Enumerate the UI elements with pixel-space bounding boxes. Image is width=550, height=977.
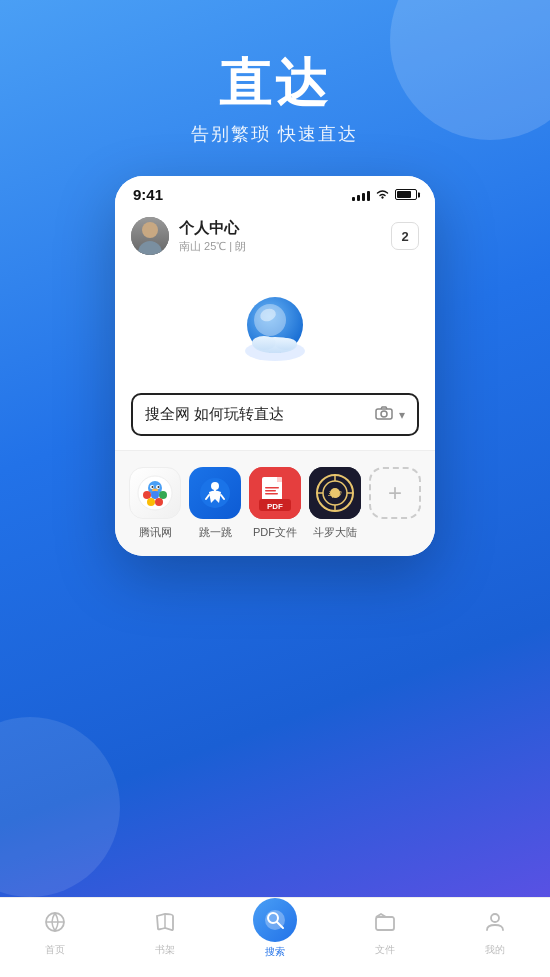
search-bar[interactable]: 搜全网 如何玩转直达 ▾ [131, 393, 419, 436]
profile-location: 南山 25℃ | 朗 [179, 239, 246, 254]
browse-icon [43, 910, 67, 940]
app-item-add[interactable]: + [365, 467, 425, 519]
svg-point-14 [152, 486, 154, 488]
pdf-icon: PDF [249, 467, 301, 519]
svg-point-20 [147, 498, 155, 506]
svg-text:斗罗: 斗罗 [328, 490, 342, 498]
browser-center-btn[interactable] [253, 898, 297, 942]
app-label-jump: 跳一跳 [199, 525, 232, 540]
app-label-tencent: 腾讯网 [139, 525, 172, 540]
nav-label-files: 文件 [375, 943, 395, 957]
profile-left: 个人中心 南山 25℃ | 朗 [131, 217, 246, 255]
bg-circle-bottom [0, 717, 120, 897]
profile-row[interactable]: 个人中心 南山 25℃ | 朗 2 [115, 209, 435, 263]
wifi-icon [375, 187, 390, 202]
logo-area [115, 263, 435, 383]
avatar [131, 217, 169, 255]
app-item-tencent[interactable]: 腾讯网 [125, 467, 185, 540]
nav-item-read[interactable]: 书架 [110, 910, 220, 957]
nav-item-browse[interactable]: 首页 [0, 910, 110, 957]
header-subtitle: 告别繁琐 快速直达 [0, 122, 550, 146]
app-label-douluo: 斗罗大陆 [313, 525, 357, 540]
tencent-icon [129, 467, 181, 519]
svg-rect-28 [265, 487, 279, 489]
read-icon [153, 910, 177, 940]
header-area: 直达 告别繁琐 快速直达 [0, 0, 550, 176]
app-item-pdf[interactable]: PDF PDF文件 [245, 467, 305, 540]
nav-item-mine[interactable]: 我的 [440, 910, 550, 957]
search-text: 搜全网 如何玩转直达 [145, 405, 284, 424]
douluo-icon: 斗罗 [309, 467, 361, 519]
svg-point-15 [158, 486, 160, 488]
qq-browser-logo [230, 283, 320, 373]
app-item-douluo[interactable]: 斗罗 斗罗大陆 [305, 467, 365, 540]
phone-mockup: 9:41 [115, 176, 435, 556]
status-bar: 9:41 [115, 176, 435, 209]
add-icon: + [369, 467, 421, 519]
app-label-pdf: PDF文件 [253, 525, 297, 540]
svg-point-18 [151, 491, 159, 499]
camera-icon[interactable] [375, 405, 393, 424]
nav-item-files[interactable]: 文件 [330, 910, 440, 957]
svg-point-19 [159, 491, 167, 499]
nav-label-browser: 搜索 [265, 945, 285, 959]
svg-point-17 [143, 491, 151, 499]
svg-point-6 [275, 338, 297, 350]
svg-point-9 [381, 411, 387, 417]
signal-icon [352, 189, 370, 201]
svg-rect-27 [277, 477, 282, 482]
nav-label-read: 书架 [155, 943, 175, 957]
files-icon [373, 910, 397, 940]
search-section: 搜全网 如何玩转直达 ▾ [115, 383, 435, 450]
nav-label-browse: 首页 [45, 943, 65, 957]
nav-label-mine: 我的 [485, 943, 505, 957]
quick-apps-section: 腾讯网 i 跳一跳 [115, 450, 435, 556]
nav-item-browser[interactable]: 搜索 [220, 908, 330, 959]
app-item-jump[interactable]: i 跳一跳 [185, 467, 245, 540]
svg-point-0 [382, 197, 384, 199]
status-time: 9:41 [133, 186, 163, 203]
svg-text:PDF: PDF [267, 502, 283, 511]
search-right: ▾ [375, 405, 405, 424]
status-icons [352, 187, 417, 202]
header-title: 直达 [0, 55, 550, 112]
svg-text:i: i [213, 484, 217, 500]
svg-point-49 [491, 914, 499, 922]
notification-badge[interactable]: 2 [391, 222, 419, 250]
svg-rect-48 [376, 917, 394, 930]
profile-name: 个人中心 [179, 219, 246, 238]
bottom-nav: 首页 书架 搜索 文件 [0, 897, 550, 977]
dropdown-arrow-icon[interactable]: ▾ [399, 408, 405, 422]
profile-info: 个人中心 南山 25℃ | 朗 [179, 219, 246, 254]
mine-icon [483, 910, 507, 940]
battery-icon [395, 189, 417, 200]
svg-point-21 [155, 498, 163, 506]
svg-point-5 [252, 336, 276, 350]
jump-icon: i [189, 467, 241, 519]
svg-rect-30 [265, 493, 278, 495]
svg-rect-29 [265, 490, 276, 492]
